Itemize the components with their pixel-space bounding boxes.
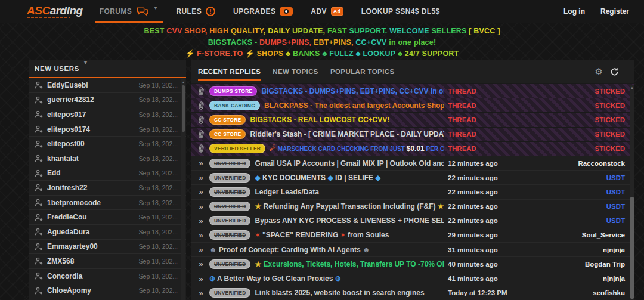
thread-row[interactable]: »UNVERIFIED✶ "SPACE" RENDERING ✶ from So… [191, 228, 634, 242]
thread-title[interactable]: ☻ Proof of Concept: Carding With AI Agen… [209, 246, 444, 254]
thread-author[interactable]: USDT [552, 174, 625, 181]
nav-item-forums[interactable]: FORUMS▼ [100, 0, 159, 23]
user-name[interactable]: Edd [47, 169, 135, 177]
user-name[interactable]: elitepos0174 [47, 125, 135, 134]
tab-recent-replies[interactable]: RECENT REPLIES [198, 60, 261, 83]
thread-prefix-badge[interactable]: UNVERIFIED [209, 173, 250, 183]
thread-title[interactable]: ☄ MARSCHECK CARD CHECKING FROM JUST $0.0… [270, 144, 444, 153]
user-name[interactable]: Jonifresh22 [47, 184, 135, 192]
thread-title[interactable]: ✶ "SPACE" RENDERING ✶ from Soules [255, 231, 444, 239]
user-name[interactable]: guerrier42812 [47, 95, 135, 104]
thread-title[interactable]: Bypass ANY KYC PROCESS & LIVENESS + PHON… [255, 217, 444, 225]
user-row[interactable]: elitepost00Sep 18, 202... [29, 137, 186, 151]
user-row[interactable]: elitepos0174Sep 18, 202... [29, 122, 186, 137]
thread-author[interactable]: Soul_Service [552, 231, 625, 239]
thread-author[interactable]: seofishku [552, 289, 625, 296]
thread-prefix-badge[interactable]: UNVERIFIED [209, 216, 250, 225]
thread-prefix-badge[interactable]: UNVERIFIED [209, 202, 250, 211]
thread-row[interactable]: BANK CARDINGBLACKPASS - The oldest and l… [191, 98, 634, 112]
site-logo[interactable]: ASCarding [27, 5, 83, 18]
banner-line-3[interactable]: ⚡ F-STORE.TO ⚡ SHOPS ♣ BANKS ♣ FULLZ ♣ L… [0, 48, 644, 60]
thread-row[interactable]: »UNVERIFIEDGmail USA IP Accounts | Gmail… [191, 156, 634, 170]
user-row[interactable]: FreddieCouSep 18, 202... [29, 210, 186, 225]
log-in-link[interactable]: Log in [564, 7, 585, 16]
thread-author[interactable]: Bogdan Trip [552, 261, 625, 268]
thread-row[interactable]: »UNVERIFIED★ Refunding Any Paypal Transa… [191, 199, 634, 214]
thread-row[interactable]: CC STORERiddler's Stash - [ CRIME MARKET… [191, 127, 634, 141]
thread-row[interactable]: »UNVERIFIEDBypass ANY KYC PROCESS & LIVE… [191, 214, 634, 228]
thread-row[interactable]: »⊕ A Better Way to Get Clean Proxies ⊕41… [191, 271, 634, 285]
thread-prefix-badge[interactable]: UNVERIFIED [209, 187, 250, 197]
user-name[interactable]: elitepost00 [47, 140, 135, 148]
thread-author[interactable]: USDT [552, 188, 625, 196]
main-scrollbar-thumb[interactable] [630, 197, 634, 299]
thread-title[interactable]: Gmail USA IP Accounts | Gmail MIX IP | O… [255, 159, 444, 168]
thread-title[interactable]: BIGSTACKS - REAL LOWCOST CC+CVV! [250, 116, 444, 124]
thread-author[interactable]: njnjnja [552, 275, 625, 282]
gear-icon[interactable]: ⚙ [595, 66, 603, 77]
thread-author[interactable]: USDT [552, 217, 625, 224]
thread-prefix-badge[interactable]: CC STORE [209, 129, 246, 139]
sidebar-scrollbar-thumb[interactable] [182, 85, 185, 132]
thread-author[interactable]: Raccoonstock [552, 160, 625, 167]
user-name[interactable]: ZMX568 [47, 257, 135, 265]
thread-title[interactable]: BLACKPASS - The oldest and largest Accou… [264, 101, 444, 110]
refresh-icon[interactable] [610, 67, 619, 76]
new-users-header[interactable]: NEW USERS ▼ [29, 60, 186, 78]
user-name[interactable]: 1betpromocode [47, 199, 135, 207]
user-name[interactable]: khantalat [47, 154, 135, 163]
user-row[interactable]: EddSep 18, 202... [29, 166, 186, 181]
thread-row[interactable]: »UNVERIFIEDLedger Leads/Data22 minutes a… [191, 184, 634, 199]
user-name[interactable]: elitepos017 [47, 110, 135, 119]
thread-author[interactable]: USDT [552, 203, 625, 210]
user-row[interactable]: Emmayartey00Sep 18, 202... [29, 240, 186, 255]
user-row[interactable]: ZMX568Sep 18, 202... [29, 254, 186, 269]
user-name[interactable]: FreddieCou [47, 213, 135, 221]
thread-title[interactable]: ⊕ A Better Way to Get Clean Proxies ⊕ [209, 274, 444, 283]
thread-title[interactable]: Ledger Leads/Data [255, 188, 444, 196]
nav-item-upgrades[interactable]: UPGRADES [233, 0, 293, 23]
thread-title[interactable]: ★ Excursions, Tickets, Hotels, Transfers… [255, 260, 444, 268]
thread-author[interactable]: njnjnja [552, 246, 625, 253]
thread-prefix-badge[interactable]: UNVERIFIED [209, 159, 250, 168]
scroll-up-icon[interactable]: ▲ [181, 80, 185, 85]
tab-new-topics[interactable]: NEW TOPICS [273, 60, 318, 83]
thread-row[interactable]: CC STOREBIGSTACKS - REAL LOWCOST CC+CVV!… [191, 112, 634, 126]
user-name[interactable]: AguedaDura [47, 228, 135, 236]
thread-title[interactable]: Link blasts 2025, website boost in searc… [255, 289, 444, 297]
thread-prefix-badge[interactable]: DUMPS STORE [209, 86, 257, 96]
thread-prefix-badge[interactable]: UNVERIFIED [209, 230, 250, 240]
user-row[interactable]: ConcordiaSep 18, 202... [29, 269, 186, 284]
thread-row[interactable]: DUMPS STOREBIGSTACKS - DUMPS+PINS, EBT+P… [191, 83, 634, 98]
banner-line-1[interactable]: BEST CVV SHOP, HIGH QUALITY, DAILY UPDAT… [0, 26, 644, 37]
thread-row[interactable]: »UNVERIFIED★ Excursions, Tickets, Hotels… [191, 256, 634, 271]
thread-prefix-badge[interactable]: CC STORE [209, 115, 246, 125]
thread-title[interactable]: ★ Refunding Any Paypal Transaction Inclu… [255, 202, 444, 211]
nav-item-adv[interactable]: ADVAd [311, 0, 343, 23]
banner-line-2[interactable]: BIGSTACKS - DUMPS+PINS, EBT+PINS, CC+CVV… [0, 37, 644, 48]
nav-item-rules[interactable]: RULES! [176, 0, 215, 23]
nav-item-lookup-ssn4-dl5-[interactable]: LOOKUP SSN4$ DL5$ [361, 0, 440, 23]
chevron-down-icon[interactable]: ▼ [153, 5, 158, 11]
user-row[interactable]: guerrier42812Sep 18, 202... [29, 93, 186, 108]
user-name[interactable]: EddyEusebi [47, 81, 135, 89]
user-row[interactable]: khantalatSep 18, 202... [29, 151, 186, 166]
main-scrollbar[interactable]: ▲ [630, 85, 634, 300]
thread-title[interactable]: ◆ KYC DOCUMENTS ◆ ID | SELIFE ◆ [255, 174, 444, 182]
thread-prefix-badge[interactable]: BANK CARDING [209, 101, 260, 110]
thread-prefix-badge[interactable]: UNVERIFIED [209, 259, 250, 269]
thread-title[interactable]: BIGSTACKS - DUMPS+PINS, EBT+PINS, CC+CVV… [261, 87, 444, 95]
thread-prefix-badge[interactable]: UNVERIFIED [209, 288, 250, 298]
user-row[interactable]: elitepos017Sep 18, 202... [29, 107, 186, 122]
scroll-up-icon[interactable]: ▲ [630, 85, 634, 90]
user-row[interactable]: ChloeApomySep 18, 202... [29, 283, 186, 298]
user-row[interactable]: EddyEusebiSep 18, 202... [29, 78, 186, 93]
user-name[interactable]: Emmayartey00 [47, 242, 135, 250]
tab-popular-topics[interactable]: POPULAR TOPICS [330, 60, 395, 83]
user-row[interactable]: Jonifresh22Sep 18, 202... [29, 181, 186, 196]
user-name[interactable]: Concordia [47, 272, 135, 280]
thread-prefix-badge[interactable]: VERIFIED SELLER [209, 144, 265, 153]
sidebar-scrollbar[interactable]: ▲ [181, 79, 185, 300]
thread-row[interactable]: VERIFIED SELLER☄ MARSCHECK CARD CHECKING… [191, 141, 634, 156]
thread-title[interactable]: Riddler's Stash - [ CRIME MARKET PLACE -… [250, 130, 444, 138]
